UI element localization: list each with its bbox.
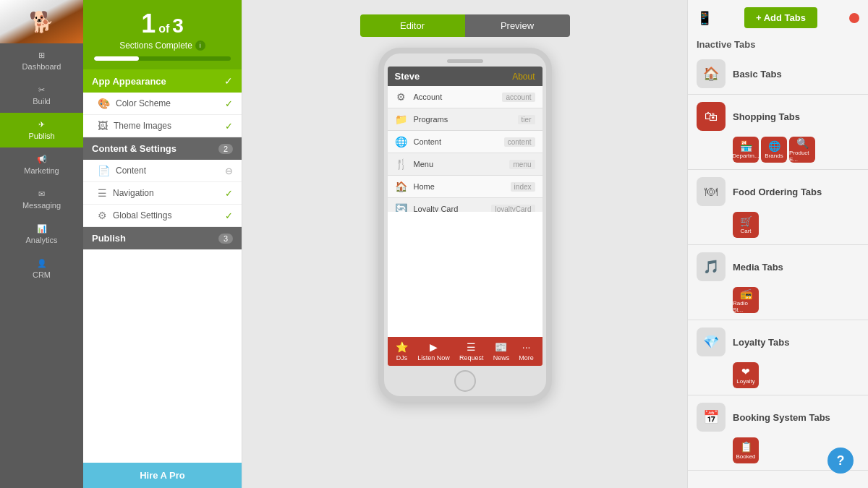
phone-nav-item[interactable]: 🍴 Menu menu — [388, 153, 542, 176]
tab-category-icon-food: 🍽 — [697, 177, 726, 206]
editor-tab[interactable]: Editor — [360, 14, 465, 37]
tab-category-header-basic[interactable]: 🏠 Basic Tabs — [688, 56, 868, 92]
app-appearance-header[interactable]: App Appearance ✓ — [83, 69, 242, 93]
main-content: Editor Preview Steve About ⚙ Account acc… — [242, 0, 687, 488]
tab-category-label-booking: Booking System Tabs — [733, 412, 830, 423]
marketing-icon: 📢 — [37, 155, 47, 164]
build-icon: ✂ — [38, 85, 45, 95]
crm-icon: 👤 — [37, 259, 47, 268]
phone-nav-item[interactable]: 🏠 Home index — [388, 176, 542, 198]
phone-speaker — [447, 59, 483, 63]
phone-nav-icon: ⚙ — [395, 91, 408, 103]
phone-nav-item[interactable]: 🔄 Loyalty Card loyaltyCard — [388, 198, 542, 212]
global-settings-label: Global Settings — [113, 210, 171, 221]
phone-bottom-item[interactable]: ⭐ DJs — [396, 341, 408, 361]
phone-nav-item[interactable]: 📁 Programs tier — [388, 108, 542, 131]
editor-preview-tabs: Editor Preview — [360, 14, 570, 37]
content-settings-section: Content & Settings 2 📄 Content ⊖ ☰ Navig… — [83, 137, 242, 227]
phone-bottom-item[interactable]: 📰 News — [493, 341, 510, 361]
tab-category-basic: 🏠 Basic Tabs — [688, 56, 868, 95]
theme-images-icon: 🖼 — [98, 120, 108, 132]
tab-sub-icon[interactable]: 🛒Cart — [733, 212, 759, 238]
add-tabs-button[interactable]: + Add Tabs — [744, 7, 817, 28]
analytics-icon: 📊 — [37, 224, 47, 234]
messaging-icon: ✉ — [38, 189, 45, 199]
color-scheme-item[interactable]: 🎨 Color Scheme ✓ — [83, 93, 242, 115]
tab-category-shopping: 🛍 Shopping Tabs 🏪Departm...🌐Brands🔍Produ… — [688, 98, 868, 170]
sidebar-item-build[interactable]: ✂Build — [0, 78, 83, 113]
tab-sub-icon[interactable]: 📋Booked — [733, 437, 759, 463]
sidebar-item-dashboard[interactable]: ⊞Dashboard — [0, 43, 83, 78]
sidebar-item-marketing[interactable]: 📢Marketing — [0, 147, 83, 182]
global-settings-icon: ⚙ — [98, 210, 107, 221]
color-scheme-icon: 🎨 — [98, 98, 110, 109]
phone-bottom-item[interactable]: ··· More — [519, 341, 534, 361]
phone-mockup: Steve About ⚙ Account account 📁 Programs… — [378, 48, 552, 402]
hire-pro-button[interactable]: Hire A Pro — [83, 463, 242, 488]
tab-category-header-loyalty[interactable]: 💎 Loyalty Tabs — [688, 324, 868, 360]
tab-category-food: 🍽 Food Ordering Tabs 🛒Cart — [688, 174, 868, 245]
phone-user-name: Steve — [395, 71, 420, 82]
theme-images-item[interactable]: 🖼 Theme Images ✓ — [83, 115, 242, 137]
phone-nav-item[interactable]: 🌐 Content content — [388, 131, 542, 153]
app-appearance-section: App Appearance ✓ 🎨 Color Scheme ✓ 🖼 Them… — [83, 69, 242, 137]
tab-sub-icon[interactable]: 📻Radio St... — [733, 287, 759, 313]
tab-category-media: 🎵 Media Tabs 📻Radio St... — [688, 249, 868, 320]
info-icon[interactable]: i — [195, 40, 205, 51]
progress-total: 3 — [172, 14, 184, 38]
tab-sub-icon[interactable]: 🌐Brands — [761, 137, 787, 163]
navigation-item[interactable]: ☰ Navigation ✓ — [83, 182, 242, 205]
progress-numbers: 1 of 3 — [94, 9, 231, 39]
preview-tab[interactable]: Preview — [465, 14, 570, 37]
color-scheme-check: ✓ — [225, 98, 233, 109]
phone-nav-icon: 🏠 — [395, 181, 408, 192]
publish-badge: 3 — [218, 234, 233, 244]
content-settings-title: Content & Settings — [92, 143, 176, 154]
tab-sub-icons-media: 📻Radio St... — [688, 285, 868, 317]
right-panel: 📱 + Add Tabs Inactive Tabs 🏠 Basic Tabs … — [687, 0, 868, 488]
progress-of: of — [158, 22, 169, 35]
content-item[interactable]: 📄 Content ⊖ — [83, 160, 242, 182]
tab-sub-icon[interactable]: 🏪Departm... — [733, 137, 759, 163]
tab-sub-icons-loyalty: ❤Loyalty — [688, 360, 868, 393]
tab-category-header-media[interactable]: 🎵 Media Tabs — [688, 249, 868, 285]
tab-category-icon-shopping: 🛍 — [697, 102, 726, 131]
content-settings-header[interactable]: Content & Settings 2 — [83, 137, 242, 160]
dashboard-icon: ⊞ — [38, 51, 45, 60]
phone-nav-item[interactable]: ⚙ Account account — [388, 86, 542, 108]
phone-bottom-item[interactable]: ☰ Request — [459, 341, 484, 361]
phone-bottom-item[interactable]: ▶ Listen Now — [417, 341, 450, 361]
progress-bar — [94, 56, 231, 61]
phone-home-button[interactable] — [454, 370, 476, 392]
tab-category-header-booking[interactable]: 📅 Booking System Tabs — [688, 399, 868, 435]
publish-header[interactable]: Publish 3 — [83, 227, 242, 249]
phone-nav-icon: 🍴 — [395, 158, 408, 170]
content-minus: ⊖ — [225, 166, 233, 176]
right-panel-header: 📱 + Add Tabs — [688, 0, 868, 35]
tab-sub-icons-food: 🛒Cart — [688, 210, 868, 242]
inactive-tabs-title: Inactive Tabs — [688, 35, 868, 56]
middle-panel: 1 of 3 Sections Complete i App Appearanc… — [83, 0, 242, 488]
tab-sub-icon[interactable]: ❤Loyalty — [733, 362, 759, 388]
phone-nav-tag: index — [511, 182, 535, 192]
sidebar-item-analytics[interactable]: 📊Analytics — [0, 217, 83, 252]
phone-screen: Steve About ⚙ Account account 📁 Programs… — [388, 67, 542, 366]
global-settings-item[interactable]: ⚙ Global Settings ✓ — [83, 205, 242, 227]
color-scheme-label: Color Scheme — [116, 98, 171, 108]
tab-sub-icon[interactable]: 🔍Product E... — [789, 137, 815, 163]
tab-category-header-food[interactable]: 🍽 Food Ordering Tabs — [688, 174, 868, 210]
sidebar-item-publish[interactable]: ✈Publish — [0, 113, 83, 147]
tab-category-header-shopping[interactable]: 🛍 Shopping Tabs — [688, 98, 868, 134]
phone-nav-tag: account — [502, 93, 535, 102]
phone-bottom-bar: ⭐ DJs ▶ Listen Now ☰ Request 📰 News ··· … — [388, 337, 542, 366]
tab-category-icon-basic: 🏠 — [697, 59, 726, 88]
sidebar-item-messaging[interactable]: ✉Messaging — [0, 182, 83, 217]
phone-nav-tag: tier — [518, 115, 535, 124]
progress-current: 1 — [141, 9, 156, 39]
tab-category-label-basic: Basic Tabs — [733, 69, 782, 80]
help-button[interactable]: ? — [827, 448, 854, 474]
tab-category-icon-loyalty: 💎 — [697, 328, 726, 356]
sidebar-item-crm[interactable]: 👤CRM — [0, 252, 83, 286]
tab-sub-icons-shopping: 🏪Departm...🌐Brands🔍Product E... — [688, 134, 868, 167]
tab-category-icon-media: 🎵 — [697, 252, 726, 281]
